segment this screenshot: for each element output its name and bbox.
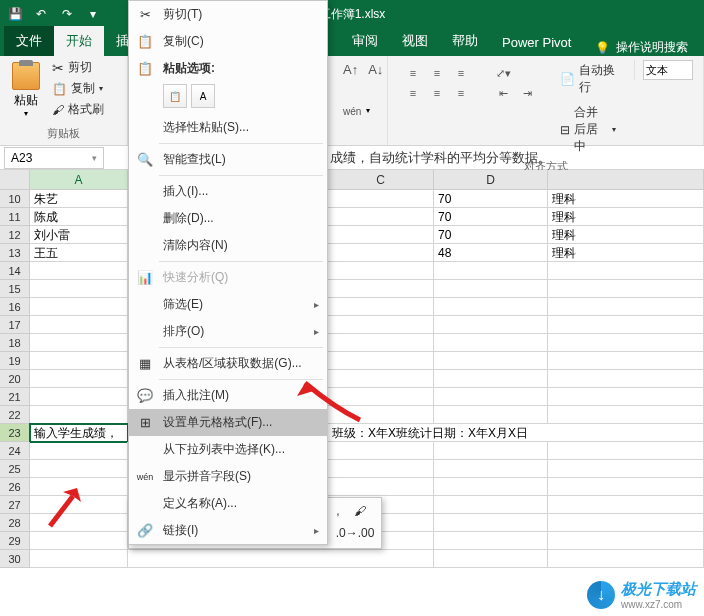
table-row[interactable]: 15 xyxy=(0,280,704,298)
tab-home[interactable]: 开始 xyxy=(54,26,104,56)
row-header[interactable]: 25 xyxy=(0,460,30,478)
menu-delete[interactable]: 删除(D)... xyxy=(129,205,327,232)
paste-button[interactable]: 粘贴 ▾ xyxy=(8,58,44,122)
cell[interactable] xyxy=(328,280,434,298)
cell[interactable] xyxy=(548,298,704,316)
table-row[interactable]: 25 xyxy=(0,460,704,478)
save-button[interactable]: 💾 xyxy=(4,3,26,25)
cell[interactable] xyxy=(548,352,704,370)
cell[interactable] xyxy=(434,388,548,406)
comma-button[interactable]: , xyxy=(328,501,348,521)
row-header[interactable]: 14 xyxy=(0,262,30,280)
align-middle-button[interactable]: ≡ xyxy=(426,64,448,82)
cell[interactable] xyxy=(328,370,434,388)
decrease-indent-button[interactable]: ⇤ xyxy=(492,84,514,102)
tab-file[interactable]: 文件 xyxy=(4,26,54,56)
cell[interactable] xyxy=(434,532,548,550)
row-header[interactable]: 29 xyxy=(0,532,30,550)
cell[interactable]: 70 xyxy=(434,208,548,226)
cell[interactable] xyxy=(434,298,548,316)
cell[interactable] xyxy=(434,406,548,424)
cell[interactable]: 理科 xyxy=(548,208,704,226)
row-header[interactable]: 24 xyxy=(0,442,30,460)
decrease-font-button[interactable]: A↓ xyxy=(365,62,386,77)
menu-filter[interactable]: 筛选(E)▸ xyxy=(129,291,327,318)
cell[interactable] xyxy=(30,370,128,388)
cell[interactable] xyxy=(548,460,704,478)
row-header[interactable]: 20 xyxy=(0,370,30,388)
table-row[interactable]: 10 朱艺 70 理科 xyxy=(0,190,704,208)
cell[interactable] xyxy=(30,442,128,460)
cell[interactable] xyxy=(548,550,704,568)
col-header-c[interactable]: C xyxy=(328,170,434,190)
cell[interactable]: 理科 xyxy=(548,190,704,208)
cell[interactable] xyxy=(328,388,434,406)
cell[interactable] xyxy=(434,514,548,532)
row-header[interactable]: 15 xyxy=(0,280,30,298)
wrap-text-button[interactable]: 📄自动换行 xyxy=(554,60,622,98)
cell[interactable] xyxy=(328,208,434,226)
table-row[interactable]: 13 王五 48 理科 xyxy=(0,244,704,262)
table-row[interactable]: 17 xyxy=(0,316,704,334)
cell[interactable] xyxy=(548,316,704,334)
tab-powerpivot[interactable]: Power Pivot xyxy=(490,29,583,56)
menu-cut[interactable]: ✂剪切(T) xyxy=(129,1,327,28)
cell[interactable] xyxy=(548,334,704,352)
align-left-button[interactable]: ≡ xyxy=(402,84,424,102)
cell[interactable] xyxy=(548,442,704,460)
row-header[interactable]: 18 xyxy=(0,334,30,352)
cell[interactable] xyxy=(30,334,128,352)
table-row[interactable]: 22 xyxy=(0,406,704,424)
orientation-button[interactable]: ⤢▾ xyxy=(492,64,514,82)
cell[interactable]: 朱艺 xyxy=(30,190,128,208)
copy-button[interactable]: 📋复制▾ xyxy=(48,79,108,98)
row-header[interactable]: 23 xyxy=(0,424,30,442)
align-right-button[interactable]: ≡ xyxy=(450,84,472,102)
cell[interactable] xyxy=(30,316,128,334)
menu-link[interactable]: 🔗链接(I)▸ xyxy=(129,517,327,544)
cell[interactable] xyxy=(434,370,548,388)
menu-sort[interactable]: 排序(O)▸ xyxy=(129,318,327,345)
cell[interactable] xyxy=(328,298,434,316)
cell[interactable] xyxy=(30,298,128,316)
row-header[interactable]: 13 xyxy=(0,244,30,262)
cell[interactable] xyxy=(328,352,434,370)
menu-paste-special[interactable]: 选择性粘贴(S)... xyxy=(129,114,327,141)
cell[interactable] xyxy=(328,190,434,208)
increase-decimal-button[interactable]: .0→.00 xyxy=(332,523,379,543)
cell[interactable]: 48 xyxy=(434,244,548,262)
cut-button[interactable]: ✂剪切 xyxy=(48,58,108,77)
formula-bar[interactable]: 成绩，自动统计学科的平均分等数据。 xyxy=(322,149,704,167)
cell[interactable] xyxy=(548,496,704,514)
table-row[interactable]: 16 xyxy=(0,298,704,316)
row-header[interactable]: 21 xyxy=(0,388,30,406)
cell[interactable] xyxy=(30,478,128,496)
cell-merged[interactable]: 班级：X年X班统计日期：X年X月X日 xyxy=(328,424,704,442)
row-header[interactable]: 11 xyxy=(0,208,30,226)
row-header[interactable]: 16 xyxy=(0,298,30,316)
cell[interactable] xyxy=(328,262,434,280)
row-header[interactable]: 17 xyxy=(0,316,30,334)
cell[interactable]: 70 xyxy=(434,226,548,244)
menu-show-pinyin[interactable]: wén显示拼音字段(S) xyxy=(129,463,327,490)
cell[interactable] xyxy=(30,532,128,550)
cell[interactable] xyxy=(30,262,128,280)
col-header-a[interactable]: A xyxy=(30,170,128,190)
table-row[interactable]: 12 刘小雷 70 理科 xyxy=(0,226,704,244)
cell[interactable] xyxy=(328,244,434,262)
table-row[interactable]: 14 xyxy=(0,262,704,280)
menu-define-name[interactable]: 定义名称(A)... xyxy=(129,490,327,517)
phonetic-button[interactable]: wén xyxy=(340,106,364,117)
undo-button[interactable]: ↶ xyxy=(30,3,52,25)
table-row[interactable]: 26 xyxy=(0,478,704,496)
row-header[interactable]: 12 xyxy=(0,226,30,244)
table-row[interactable]: 20 xyxy=(0,370,704,388)
format-painter-button[interactable]: 🖌 xyxy=(350,501,370,521)
row-header[interactable]: 22 xyxy=(0,406,30,424)
cell[interactable] xyxy=(328,406,434,424)
col-header-d[interactable]: D xyxy=(434,170,548,190)
menu-pick-from-list[interactable]: 从下拉列表中选择(K)... xyxy=(129,436,327,463)
tab-help[interactable]: 帮助 xyxy=(440,26,490,56)
menu-format-cells[interactable]: ⊞设置单元格格式(F)... xyxy=(129,409,327,436)
align-top-button[interactable]: ≡ xyxy=(402,64,424,82)
